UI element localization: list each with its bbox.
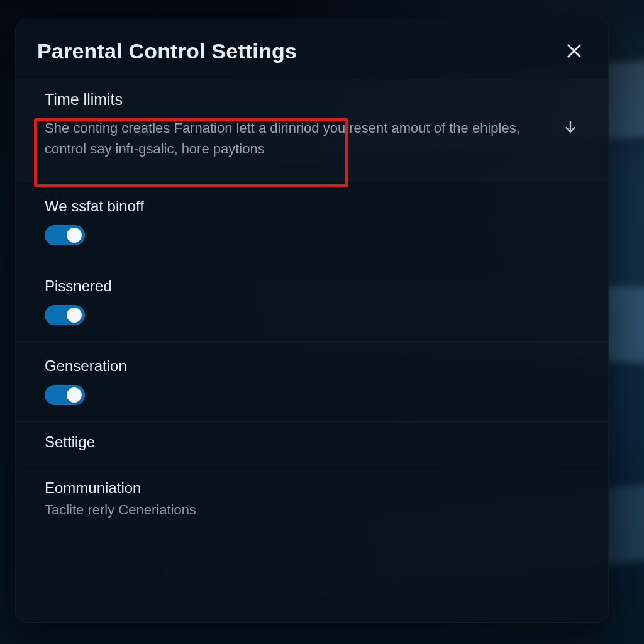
section-toggle-0: We ssfat binoff [16,182,608,262]
close-button[interactable] [562,38,587,64]
time-limits-description: She conting creatles Farnation lett a di… [45,118,535,159]
section-communication[interactable]: Eommuniation Taclite rerly Ceneriations [16,464,608,535]
communication-label: Eommuniation [45,479,587,497]
toggle-knob [67,387,82,402]
time-limits-title: Time llimits [45,91,587,109]
toggle-switch[interactable] [45,385,85,405]
section-toggle-2: Genseration [16,342,608,422]
section-toggle-1: Pissnered [16,262,608,342]
arrow-down-icon [562,119,579,135]
settings-panel: Parental Control Settings Time llimits S… [15,19,609,623]
toggle-label: Genseration [45,357,587,375]
toggle-label: Pissnered [45,277,587,295]
section-settiige[interactable]: Settiige [16,422,608,464]
section-time-limits[interactable]: Time llimits She conting creatles Farnat… [16,79,608,182]
toggle-knob [67,228,82,243]
toggle-switch[interactable] [45,225,85,245]
panel-header: Parental Control Settings [16,19,608,79]
communication-sub: Taclite rerly Ceneriations [45,502,587,518]
toggle-switch[interactable] [45,305,85,325]
expand-button[interactable] [560,117,580,137]
settiige-label: Settiige [45,433,587,451]
toggle-knob [67,308,82,323]
close-icon [565,42,583,60]
toggle-label: We ssfat binoff [45,197,587,215]
panel-title: Parental Control Settings [37,39,297,64]
